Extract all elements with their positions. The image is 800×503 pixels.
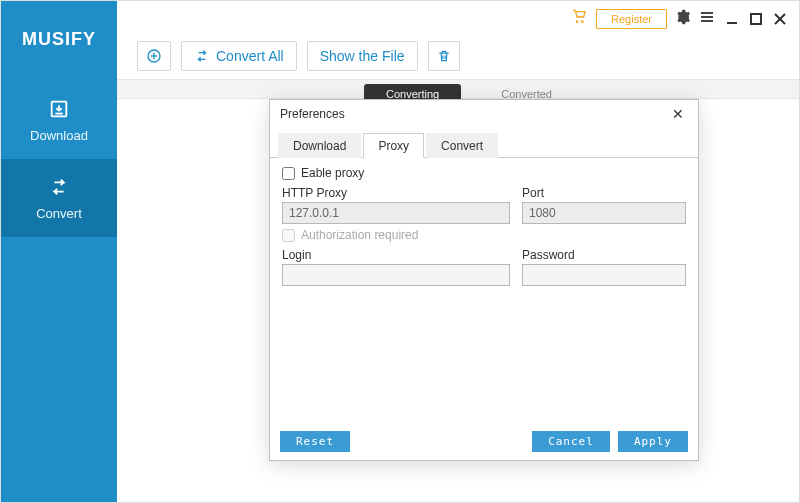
menu-icon[interactable]: [699, 9, 715, 29]
dialog-footer: Reset Cancel Apply: [270, 423, 698, 460]
button-label: Convert All: [216, 48, 284, 64]
tab-download[interactable]: Download: [278, 133, 361, 158]
add-button[interactable]: [137, 41, 171, 71]
app-window: MUSIFY Download Convert Register: [0, 0, 800, 503]
cancel-button[interactable]: Cancel: [532, 431, 610, 452]
password-label: Password: [522, 248, 686, 262]
trash-icon: [437, 48, 451, 64]
plus-icon: [146, 48, 162, 64]
reset-button[interactable]: Reset: [280, 431, 350, 452]
sidebar-item-label: Download: [30, 128, 88, 143]
enable-proxy-checkbox[interactable]: [282, 167, 295, 180]
apply-button[interactable]: Apply: [618, 431, 688, 452]
sidebar: MUSIFY Download Convert: [1, 1, 117, 502]
sidebar-item-label: Convert: [36, 206, 82, 221]
login-input[interactable]: [282, 264, 510, 286]
delete-button[interactable]: [428, 41, 460, 71]
auth-required-row: Authorization required: [282, 228, 686, 242]
auth-required-checkbox: [282, 229, 295, 242]
minimize-button[interactable]: [723, 10, 741, 28]
main-area: Register Convert All Show the Fil: [117, 1, 799, 502]
sidebar-item-download[interactable]: Download: [1, 81, 117, 159]
topbar: Register: [570, 9, 789, 29]
download-icon: [48, 98, 70, 120]
dialog-titlebar: Preferences ✕: [270, 100, 698, 128]
gear-icon[interactable]: [675, 9, 691, 29]
show-file-button[interactable]: Show the File: [307, 41, 418, 71]
convert-icon: [48, 176, 70, 198]
close-icon[interactable]: ✕: [668, 106, 688, 122]
convert-all-button[interactable]: Convert All: [181, 41, 297, 71]
dialog-title: Preferences: [280, 107, 345, 121]
window-controls: [723, 10, 789, 28]
enable-proxy-label: Eable proxy: [301, 166, 364, 180]
cart-icon[interactable]: [570, 9, 588, 29]
tab-proxy[interactable]: Proxy: [363, 133, 424, 158]
login-label: Login: [282, 248, 510, 262]
register-button[interactable]: Register: [596, 9, 667, 29]
maximize-button[interactable]: [747, 10, 765, 28]
auth-required-label: Authorization required: [301, 228, 418, 242]
toolbar: Convert All Show the File: [137, 41, 460, 71]
port-input[interactable]: [522, 202, 686, 224]
dialog-body: Eable proxy HTTP Proxy Port Authorizatio…: [270, 158, 698, 423]
http-proxy-input[interactable]: [282, 202, 510, 224]
app-logo: MUSIFY: [1, 1, 117, 81]
close-button[interactable]: [771, 10, 789, 28]
preferences-dialog: Preferences ✕ Download Proxy Convert Eab…: [269, 99, 699, 461]
svg-rect-6: [751, 14, 761, 24]
button-label: Show the File: [320, 48, 405, 64]
enable-proxy-row: Eable proxy: [282, 166, 686, 180]
tab-convert[interactable]: Convert: [426, 133, 498, 158]
http-proxy-label: HTTP Proxy: [282, 186, 510, 200]
sidebar-item-convert[interactable]: Convert: [1, 159, 117, 237]
dialog-tabs: Download Proxy Convert: [270, 132, 698, 158]
password-input[interactable]: [522, 264, 686, 286]
convert-icon: [194, 48, 210, 64]
port-label: Port: [522, 186, 686, 200]
